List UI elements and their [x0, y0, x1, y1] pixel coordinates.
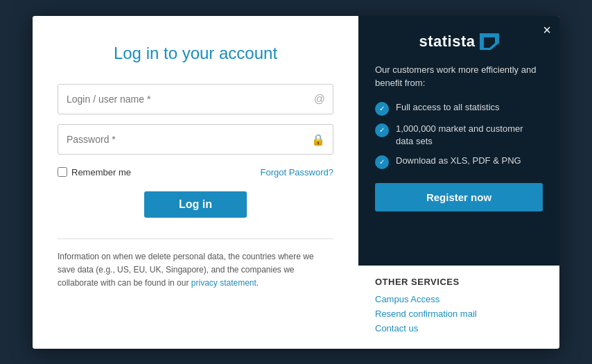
modal-title: Log in to your account — [58, 44, 333, 63]
register-button[interactable]: Register now — [375, 183, 543, 211]
benefit-text-3: Download as XLS, PDF & PNG — [396, 155, 521, 167]
check-icon-2: ✓ — [375, 123, 389, 137]
other-services-title: OTHER SERVICES — [375, 277, 543, 287]
right-bottom: OTHER SERVICES Campus Access Resend conf… — [358, 266, 559, 349]
benefit-item-2: ✓ 1,000,000 market and customer data set… — [375, 123, 543, 148]
login-button[interactable]: Log in — [144, 191, 247, 218]
password-input-wrapper: 🔒 — [58, 124, 333, 155]
benefit-list: ✓ Full access to all statistics ✓ 1,000,… — [375, 101, 543, 169]
left-panel: Log in to your account @ 🔒 Remember me F… — [33, 16, 358, 349]
statista-icon — [480, 33, 499, 50]
benefit-text-1: Full access to all statistics — [396, 101, 500, 114]
remember-me-label[interactable]: Remember me — [58, 167, 131, 177]
benefit-item-3: ✓ Download as XLS, PDF & PNG — [375, 155, 543, 169]
password-input[interactable] — [58, 124, 333, 155]
privacy-link[interactable]: privacy statement. — [191, 278, 259, 288]
forgot-password-link[interactable]: Forgot Password? — [261, 167, 334, 177]
statista-logo: statista — [375, 33, 543, 51]
privacy-divider — [58, 239, 333, 239]
remember-me-checkbox[interactable] — [58, 167, 67, 177]
check-icon-3: ✓ — [375, 155, 389, 169]
remember-me-text: Remember me — [71, 167, 131, 177]
privacy-text: Information on when we delete personal d… — [58, 250, 333, 291]
benefit-text-2: 1,000,000 market and customer data sets — [396, 123, 543, 148]
contact-us-link[interactable]: Contact us — [375, 323, 543, 333]
login-btn-wrapper: Log in — [58, 191, 333, 218]
privacy-body: Information on when we delete personal d… — [58, 252, 314, 288]
resend-confirmation-link[interactable]: Resend confirmation mail — [375, 309, 543, 319]
right-subtitle: Our customers work more efficiently and … — [375, 63, 543, 90]
benefit-item-1: ✓ Full access to all statistics — [375, 101, 543, 116]
check-icon-1: ✓ — [375, 102, 389, 116]
statista-name: statista — [419, 33, 475, 51]
username-input[interactable] — [58, 84, 333, 114]
right-top: statista Our customers work more efficie… — [358, 16, 559, 266]
right-panel: × statista Our customers work more effic… — [358, 16, 559, 349]
close-button[interactable]: × — [543, 23, 551, 37]
username-input-wrapper: @ — [58, 84, 333, 114]
email-icon: @ — [314, 93, 325, 105]
remember-row: Remember me Forgot Password? — [58, 167, 333, 177]
lock-icon: 🔒 — [311, 132, 325, 146]
login-modal: Log in to your account @ 🔒 Remember me F… — [33, 16, 559, 349]
campus-access-link[interactable]: Campus Access — [375, 294, 543, 304]
